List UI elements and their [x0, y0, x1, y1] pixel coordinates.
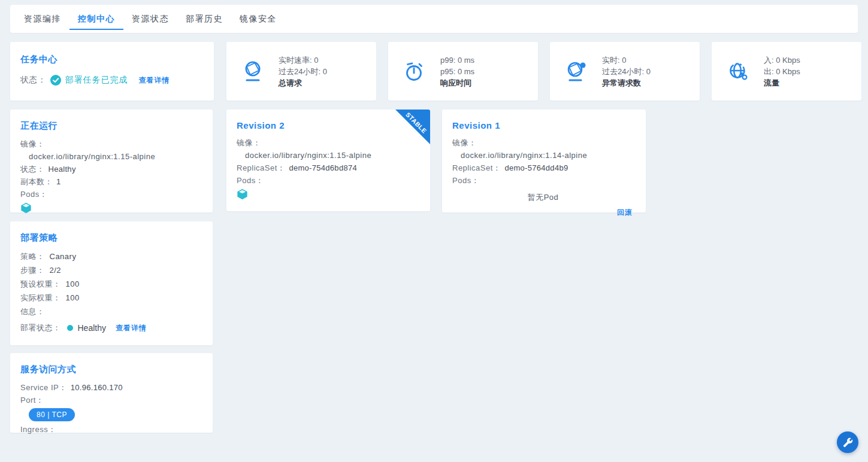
metric-label: 流量	[764, 77, 800, 89]
actual-weight-value: 100	[66, 293, 80, 302]
task-center-title: 任务中心	[20, 54, 204, 65]
service-ip-value: 10.96.160.170	[71, 383, 123, 392]
metric-line: 过去24小时: 0	[279, 66, 327, 77]
tab-bar: 资源编排 控制中心 资源状态 部署历史 镜像安全	[10, 5, 858, 33]
ingress-label: Ingress：	[20, 425, 201, 434]
empty-pods-text: 暂无Pod	[452, 192, 634, 203]
strategy-detail-link[interactable]: 查看详情	[116, 323, 147, 333]
metric-card-response-time: p99: 0 ms p95: 0 ms 响应时间	[388, 42, 538, 101]
status-value: Healthy	[49, 165, 76, 174]
revision-1-card: Revision 1 镜像： docker.io/library/nginx:1…	[442, 110, 646, 212]
image-label: 镜像：	[237, 139, 418, 147]
pods-label: Pods：	[237, 177, 418, 185]
running-card: 正在运行 镜像： docker.io/library/nginx:1.15-al…	[10, 110, 213, 212]
strategy-value: Canary	[50, 252, 77, 261]
metric-line: p95: 0 ms	[440, 66, 474, 77]
tab-deploy-history[interactable]: 部署历史	[177, 5, 231, 33]
service-ip-label: Service IP：	[20, 383, 67, 392]
image-label: 镜像：	[20, 140, 201, 148]
strategy-label: 策略：	[20, 252, 45, 261]
port-badge: 80 | TCP	[29, 408, 75, 421]
wrench-icon	[843, 437, 853, 448]
preset-weight-label: 预设权重：	[20, 279, 61, 288]
globe-error-icon	[565, 60, 588, 83]
healthy-status-dot-icon	[67, 325, 73, 331]
task-status-text: 部署任务已完成	[65, 75, 128, 86]
revision-1-title: Revision 1	[452, 120, 634, 130]
image-label: 镜像：	[452, 139, 634, 147]
task-status-label: 状态：	[20, 75, 47, 86]
tools-fab-button[interactable]	[837, 431, 858, 453]
pods-label: Pods：	[20, 190, 201, 199]
globe-requests-icon	[241, 60, 264, 83]
metric-line: 入: 0 Kbps	[764, 54, 800, 66]
status-label: 状态：	[20, 165, 45, 174]
stopwatch-icon	[403, 60, 426, 83]
deploy-status-value: Healthy	[78, 323, 106, 333]
replicas-value: 1	[56, 177, 61, 186]
revision-2-title: Revision 2	[237, 120, 418, 130]
metric-line: 过去24小时: 0	[602, 66, 651, 77]
metric-label: 响应时间	[440, 77, 474, 89]
metric-line: 实时: 0	[602, 54, 651, 66]
image-value: docker.io/library/nginx:1.14-alpine	[452, 151, 634, 160]
pods-label: Pods：	[452, 177, 634, 185]
steps-label: 步骤：	[20, 266, 45, 275]
port-label: Port：	[20, 396, 201, 405]
task-detail-link[interactable]: 查看详情	[139, 75, 170, 86]
service-access-title: 服务访问方式	[20, 364, 201, 375]
rollback-link[interactable]: 回滚	[617, 208, 633, 217]
metric-card-total-requests: 实时速率: 0 过去24小时: 0 总请求	[226, 42, 376, 101]
globe-traffic-icon	[727, 60, 749, 83]
task-center-card: 任务中心 状态： 部署任务已完成 查看详情	[10, 42, 214, 101]
message-label: 信息：	[20, 307, 45, 316]
steps-value: 2/2	[50, 266, 62, 275]
service-access-card: 服务访问方式 Service IP：10.96.160.170 Port： 80…	[10, 353, 213, 433]
actual-weight-label: 实际权重：	[20, 293, 61, 302]
revision-2-card: STABLE Revision 2 镜像： docker.io/library/…	[226, 110, 430, 211]
metric-line: 出: 0 Kbps	[764, 66, 800, 77]
check-circle-icon	[50, 75, 61, 86]
running-title: 正在运行	[20, 120, 201, 132]
metric-card-error-requests: 实时: 0 过去24小时: 0 异常请求数	[550, 42, 700, 101]
tab-image-security[interactable]: 镜像安全	[231, 5, 285, 33]
image-value: docker.io/library/nginx:1.15-alpine	[237, 151, 418, 160]
replicaset-label: ReplicaSet：	[237, 163, 285, 172]
strategy-title: 部署策略	[20, 232, 201, 244]
replicaset-label: ReplicaSet：	[452, 163, 501, 172]
preset-weight-value: 100	[66, 279, 80, 288]
metric-card-traffic: 入: 0 Kbps 出: 0 Kbps 流量	[712, 42, 861, 101]
control-center-page: 资源编排 控制中心 资源状态 部署历史 镜像安全 任务中心 状态： 部署任务已完…	[0, 0, 868, 462]
replicaset-value: demo-5764dd4b9	[504, 163, 568, 172]
pod-cube-icon[interactable]	[237, 189, 248, 202]
metric-label: 总请求	[279, 77, 327, 89]
replicaset-value: demo-754d6bd874	[289, 163, 357, 172]
deploy-status-label: 部署状态：	[20, 323, 61, 333]
metric-label: 异常请求数	[602, 77, 651, 89]
deploy-strategy-card: 部署策略 策略：Canary 步骤：2/2 预设权重：100 实际权重：100 …	[10, 221, 213, 345]
tab-resource-orchestration[interactable]: 资源编排	[16, 5, 69, 33]
tab-control-center[interactable]: 控制中心	[69, 5, 123, 33]
replicas-label: 副本数：	[20, 177, 53, 186]
metric-line: p99: 0 ms	[440, 54, 474, 66]
tab-resource-status[interactable]: 资源状态	[123, 5, 177, 33]
metric-line: 实时速率: 0	[279, 54, 327, 66]
pod-cube-icon[interactable]	[20, 202, 32, 215]
image-value: docker.io/library/nginx:1.15-alpine	[20, 153, 201, 161]
